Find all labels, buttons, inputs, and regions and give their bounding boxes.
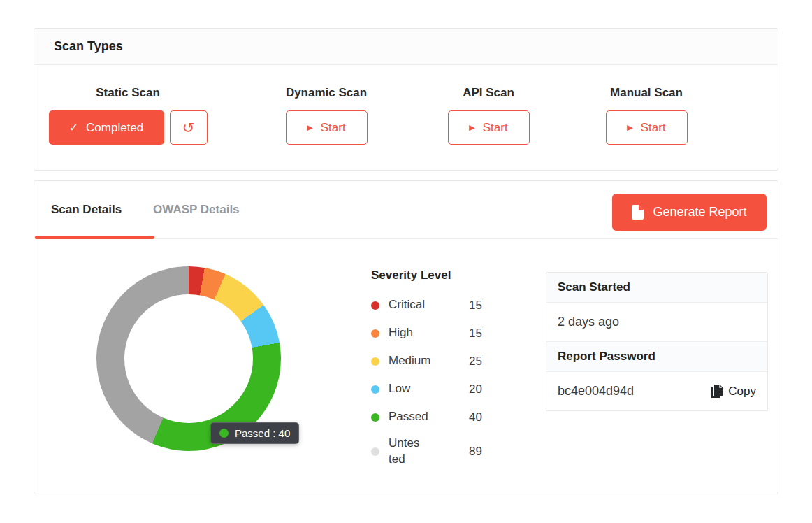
tab-owasp-details-label: OWASP Details bbox=[153, 203, 239, 216]
static-scan-rescan-button[interactable]: ↺ bbox=[170, 110, 208, 145]
legend-value: 20 bbox=[469, 382, 482, 396]
manual-scan-start-button[interactable]: ▶ Start bbox=[606, 110, 688, 145]
legend-items: Critical15High15Medium25Low20Passed40Unt… bbox=[371, 296, 511, 468]
scan-types-header: Scan Types bbox=[34, 29, 778, 65]
copy-icon bbox=[711, 385, 723, 398]
tab-scan-details-label: Scan Details bbox=[51, 203, 122, 216]
scan-type-manual: Manual Scan ▶ Start bbox=[590, 65, 702, 145]
legend-dot bbox=[371, 329, 379, 338]
tab-scan-details[interactable]: Scan Details bbox=[51, 203, 122, 217]
report-password-value: bc4e004d94d bbox=[558, 384, 634, 399]
play-icon: ▶ bbox=[469, 124, 474, 131]
legend-value: 89 bbox=[469, 445, 482, 459]
api-scan-title: API Scan bbox=[433, 86, 544, 100]
start-label: Start bbox=[483, 121, 508, 135]
scan-started-value: 2 days ago bbox=[546, 303, 767, 342]
legend-value: 40 bbox=[469, 410, 482, 424]
legend-dot bbox=[371, 301, 379, 310]
scan-info-panel: Scan Started 2 days ago Report Password … bbox=[546, 272, 768, 411]
legend-item-untested[interactable]: Untested89 bbox=[371, 436, 511, 468]
scan-details-content: Passed : 40 Severity Level Critical15Hig… bbox=[34, 240, 778, 494]
active-tab-underline bbox=[35, 236, 154, 239]
report-password-header: Report Password bbox=[546, 342, 767, 372]
tooltip-text: Passed : 40 bbox=[235, 427, 290, 439]
legend-value: 15 bbox=[469, 327, 482, 341]
file-icon bbox=[632, 205, 644, 220]
tooltip-marker bbox=[219, 429, 229, 438]
scan-type-static: Static Scan ✓ Completed ↺ bbox=[44, 65, 212, 145]
donut-hole bbox=[124, 294, 253, 423]
scan-type-api: API Scan ▶ Start bbox=[433, 65, 544, 145]
severity-legend: Severity Level Critical15High15Medium25L… bbox=[371, 268, 511, 477]
static-scan-title: Static Scan bbox=[44, 86, 212, 100]
generate-report-button[interactable]: Generate Report bbox=[612, 194, 767, 231]
legend-label: Untested bbox=[389, 436, 458, 468]
scan-type-dynamic: Dynamic Scan ▶ Start bbox=[270, 65, 382, 145]
legend-dot bbox=[371, 357, 379, 366]
check-icon: ✓ bbox=[69, 122, 78, 134]
legend-label: Critical bbox=[389, 297, 458, 313]
scan-types-body: Static Scan ✓ Completed ↺ Dynamic Scan ▶ bbox=[34, 65, 778, 170]
start-label: Start bbox=[321, 121, 346, 135]
legend-item-critical[interactable]: Critical15 bbox=[371, 296, 511, 315]
scan-started-header: Scan Started bbox=[546, 273, 767, 303]
scan-details-card: Scan Details OWASP Details Generate Repo… bbox=[34, 180, 778, 494]
legend-label: High bbox=[389, 325, 458, 341]
security-dashboard-page: Scan Types Static Scan ✓ Completed ↺ Dyn… bbox=[0, 0, 812, 523]
legend-dot bbox=[371, 385, 379, 394]
manual-scan-title: Manual Scan bbox=[590, 86, 702, 100]
legend-dot bbox=[371, 413, 379, 422]
chart-tooltip: Passed : 40 bbox=[210, 422, 299, 444]
legend-value: 25 bbox=[469, 354, 482, 368]
static-scan-completed-button[interactable]: ✓ Completed bbox=[49, 110, 164, 145]
legend-dot bbox=[371, 447, 379, 456]
copy-password-button[interactable]: Copy bbox=[711, 385, 756, 399]
copy-label: Copy bbox=[728, 385, 756, 399]
tab-bar: Scan Details OWASP Details Generate Repo… bbox=[34, 181, 778, 239]
legend-value: 15 bbox=[469, 299, 482, 313]
refresh-icon: ↺ bbox=[182, 120, 195, 136]
legend-item-low[interactable]: Low20 bbox=[371, 380, 511, 399]
api-scan-buttons: ▶ Start bbox=[433, 110, 544, 145]
dynamic-scan-start-button[interactable]: ▶ Start bbox=[286, 110, 368, 145]
completed-label: Completed bbox=[86, 121, 143, 135]
generate-report-label: Generate Report bbox=[653, 205, 746, 220]
start-label: Start bbox=[641, 121, 666, 135]
static-scan-buttons: ✓ Completed ↺ bbox=[44, 110, 212, 145]
legend-item-high[interactable]: High15 bbox=[371, 324, 511, 343]
api-scan-start-button[interactable]: ▶ Start bbox=[448, 110, 530, 145]
legend-label: Medium bbox=[389, 353, 458, 369]
play-icon: ▶ bbox=[307, 124, 312, 131]
report-password-row: bc4e004d94d Copy bbox=[546, 372, 767, 410]
legend-item-passed[interactable]: Passed40 bbox=[371, 408, 511, 427]
legend-title: Severity Level bbox=[371, 268, 511, 282]
legend-item-medium[interactable]: Medium25 bbox=[371, 352, 511, 371]
scan-types-card: Scan Types Static Scan ✓ Completed ↺ Dyn… bbox=[34, 28, 778, 171]
play-icon: ▶ bbox=[627, 124, 632, 131]
scan-types-title: Scan Types bbox=[54, 39, 123, 54]
tab-owasp-details[interactable]: OWASP Details bbox=[153, 203, 239, 217]
manual-scan-buttons: ▶ Start bbox=[590, 110, 702, 145]
dynamic-scan-title: Dynamic Scan bbox=[270, 86, 382, 100]
legend-label: Passed bbox=[389, 409, 458, 425]
legend-label: Low bbox=[389, 381, 458, 397]
dynamic-scan-buttons: ▶ Start bbox=[270, 110, 382, 145]
